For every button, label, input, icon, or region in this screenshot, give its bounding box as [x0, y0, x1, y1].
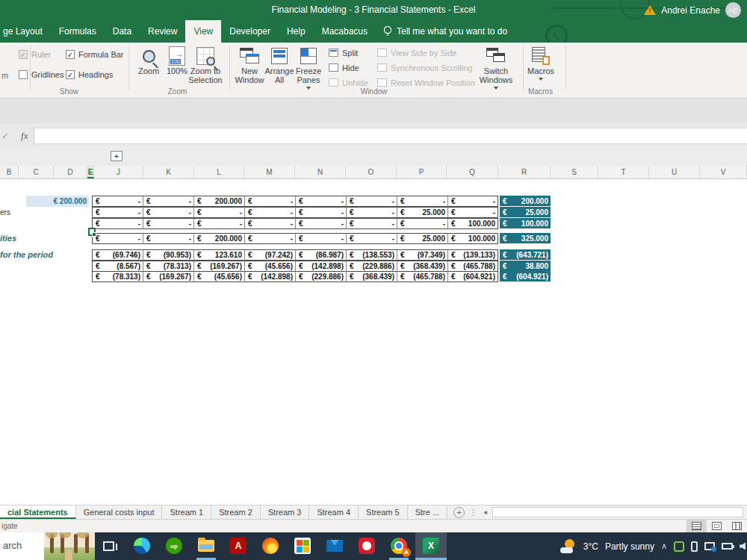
scrollbar-thumb[interactable] [492, 507, 743, 517]
checkbox-ruler[interactable]: ✓Ruler [19, 50, 51, 59]
cell[interactable]: €(604.921) [447, 271, 498, 282]
split-button[interactable]: Split [329, 47, 358, 58]
cell[interactable]: €- [143, 233, 193, 244]
user-name[interactable]: Andrei Enache [661, 5, 720, 16]
cell[interactable]: €(90.953) [143, 249, 193, 261]
hide-button[interactable]: Hide [329, 62, 359, 73]
avatar[interactable]: AE [725, 2, 741, 18]
battery-icon[interactable] [722, 543, 733, 550]
file-explorer-button[interactable] [197, 537, 215, 555]
column-header-U[interactable]: U [649, 166, 700, 178]
upwork-button[interactable]: up [165, 537, 183, 555]
cell[interactable]: €- [244, 233, 295, 244]
page-break-view-button[interactable] [727, 520, 747, 532]
new-window-button[interactable]: New Window [234, 46, 265, 92]
cell[interactable]: €(45.656) [244, 261, 295, 272]
cell[interactable]: €(69.746) [92, 249, 143, 261]
cell[interactable]: €- [295, 207, 346, 218]
task-view-button[interactable] [99, 537, 117, 555]
cell[interactable]: €- [397, 196, 447, 207]
column-header-B[interactable]: B [0, 166, 19, 178]
row-label-activities[interactable]: ities [0, 234, 16, 243]
cell[interactable]: €- [92, 196, 143, 207]
cell[interactable]: €(169.267) [143, 271, 193, 282]
column-header-N[interactable]: N [295, 166, 346, 178]
account-area[interactable]: ! Andrei Enache AE [644, 2, 741, 18]
chrome-button[interactable]: A [390, 537, 408, 555]
scroll-left-icon[interactable]: ◂ [483, 508, 487, 516]
arrange-all-button[interactable]: Arrange All [264, 46, 295, 92]
cell[interactable]: €(229.886) [346, 261, 397, 272]
worksheet[interactable]: € 200.000 ers ities for the period €-€-€… [0, 179, 747, 505]
cell[interactable]: €- [244, 207, 295, 218]
cell[interactable]: €(97.242) [244, 249, 295, 261]
freeze-panes-button[interactable]: Freeze Panes [293, 46, 324, 92]
cell[interactable]: €(8.567) [92, 261, 143, 272]
formula-input[interactable] [34, 128, 747, 144]
cell[interactable]: €(465.788) [397, 271, 447, 282]
ribbon-tab-ge-layout[interactable]: ge Layout [0, 20, 51, 43]
sheet-tab-general-costs-input[interactable]: General costs input [76, 505, 163, 519]
cell[interactable]: €(142.898) [244, 271, 295, 282]
checkbox-headings[interactable]: ✓Headings [66, 70, 113, 79]
add-sheet-button[interactable]: + [453, 507, 465, 518]
display-tray-icon[interactable] [704, 542, 715, 550]
cell[interactable]: €200.000 [193, 196, 244, 207]
column-header-J[interactable]: J [94, 166, 143, 178]
cell[interactable]: €- [295, 218, 346, 229]
zoom-button[interactable]: Zoom [133, 46, 164, 92]
ribbon-tab-formulas[interactable]: Formulas [51, 20, 105, 43]
cell[interactable]: €25.000 [397, 233, 447, 244]
cell[interactable]: €- [193, 207, 244, 218]
weather-condition[interactable]: Partly sunny [605, 541, 654, 552]
sheet-tab-stream-5[interactable]: Stream 5 [359, 505, 408, 519]
cell[interactable]: €- [346, 218, 397, 229]
red-app-button[interactable] [358, 537, 376, 555]
ribbon-tab-review[interactable]: Review [140, 20, 185, 43]
unhide-button[interactable]: Unhide [329, 77, 368, 88]
checkbox-gridlines[interactable]: Gridlines [19, 70, 63, 79]
sheet-tab-stream-1[interactable]: Stream 1 [162, 505, 211, 519]
fx-icon[interactable]: fx [21, 130, 28, 142]
sheet-tab-stream-3[interactable]: Stream 3 [261, 505, 310, 519]
cell[interactable]: €(368.439) [397, 261, 447, 272]
selected-cell[interactable] [88, 228, 96, 236]
cell[interactable]: €100.000 [447, 218, 498, 229]
enter-check-icon[interactable]: ✓ [1, 131, 9, 141]
cell[interactable]: €(138.553) [346, 249, 397, 261]
excel-taskbar-tile[interactable]: X [415, 532, 447, 560]
cell[interactable]: €25.000 [397, 207, 447, 218]
cell[interactable]: €(78.313) [143, 261, 193, 272]
column-header-D[interactable]: D [54, 166, 87, 178]
outline-expand-button[interactable]: + [111, 151, 123, 161]
cell[interactable]: €(169.267) [193, 261, 244, 272]
sheet-tab-cial-statements[interactable]: cial Statements [0, 505, 76, 519]
column-header-C[interactable]: C [19, 166, 54, 178]
sheet-tab-stre-[interactable]: Stre ... [408, 505, 447, 519]
ribbon-tab-macabacus[interactable]: Macabacus [314, 20, 376, 43]
cell[interactable]: €(368.439) [346, 271, 397, 282]
column-header-L[interactable]: L [194, 166, 244, 178]
side-cell[interactable]: € 200.000 [26, 196, 89, 207]
checkbox-formula-bar[interactable]: ✓Formula Bar [66, 50, 124, 59]
cell[interactable]: €- [346, 196, 397, 207]
firefox-button[interactable] [261, 537, 279, 555]
sheet-tab-stream-2[interactable]: Stream 2 [211, 505, 261, 519]
gpu-tray-icon[interactable] [674, 541, 684, 552]
zoom-to-selection-button[interactable]: Zoom to Selection [188, 46, 223, 92]
tell-me-box[interactable]: Tell me what you want to do [376, 20, 515, 43]
phone-tray-icon[interactable] [691, 541, 698, 552]
total-cell[interactable]: €38.800 [500, 261, 551, 272]
cell[interactable]: €(142.898) [295, 261, 346, 272]
cell[interactable]: €(97.349) [397, 249, 447, 261]
show-hidden-icons[interactable]: ∧ [661, 541, 667, 551]
mail-button[interactable] [326, 537, 344, 555]
cell[interactable]: €- [92, 218, 143, 229]
column-header-M[interactable]: M [244, 166, 295, 178]
cell[interactable]: €(86.987) [295, 249, 346, 261]
cell[interactable]: €123.610 [193, 249, 244, 261]
cell[interactable]: €- [447, 196, 498, 207]
total-cell[interactable]: €100.000 [500, 218, 551, 229]
horizontal-scrollbar[interactable]: ◂ [483, 506, 747, 519]
cell[interactable]: €- [397, 218, 447, 229]
